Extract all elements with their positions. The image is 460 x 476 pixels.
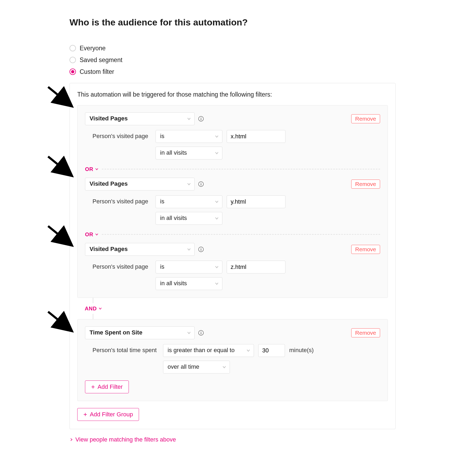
chevron-down-icon: [215, 265, 219, 269]
radio-icon: [69, 45, 76, 51]
and-label-text: AND: [85, 305, 97, 312]
svg-rect-5: [201, 184, 201, 185]
radio-icon: [69, 57, 76, 63]
select-value: is greater than or equal to: [168, 346, 235, 355]
info-icon[interactable]: [198, 181, 204, 187]
radio-label: Saved segment: [80, 56, 122, 64]
or-toggle[interactable]: OR: [85, 231, 99, 238]
button-label: Add Filter: [98, 383, 123, 390]
info-icon[interactable]: [198, 116, 204, 122]
filter-block: Time Spent on Site Remove Person's total…: [85, 326, 380, 374]
select-value: in all visits: [160, 279, 187, 288]
or-label-text: OR: [85, 165, 93, 173]
condition-label: Person's visited page: [92, 263, 151, 271]
svg-point-4: [201, 183, 201, 183]
operator-select[interactable]: is: [156, 130, 222, 143]
radio-label: Custom filter: [80, 67, 114, 76]
filter-type-select[interactable]: Time Spent on Site: [85, 326, 195, 339]
operator-select[interactable]: is greater than or equal to: [163, 344, 254, 357]
svg-rect-8: [201, 249, 201, 251]
operator-select[interactable]: is: [156, 195, 222, 208]
svg-point-10: [201, 332, 201, 332]
audience-radio-group: Everyone Saved segment Custom filter: [69, 42, 396, 78]
unit-label: minute(s): [289, 346, 314, 355]
radio-icon: [69, 68, 76, 75]
button-label: Add Filter Group: [90, 411, 133, 418]
select-value: is: [160, 263, 164, 271]
remove-button[interactable]: Remove: [351, 328, 380, 337]
info-icon[interactable]: [198, 330, 204, 336]
filter-block: Visited Pages Remove Perso: [85, 112, 380, 159]
svg-rect-11: [201, 332, 201, 334]
filter-group: Time Spent on Site Remove Person's total…: [77, 319, 388, 401]
remove-button[interactable]: Remove: [351, 114, 380, 123]
link-text: View people matching the filters above: [75, 436, 176, 444]
plus-icon: +: [83, 411, 87, 418]
scope-select[interactable]: in all visits: [156, 277, 222, 290]
and-toggle[interactable]: AND: [85, 305, 102, 312]
condition-label: Person's visited page: [92, 197, 151, 206]
chevron-down-icon: [222, 365, 226, 369]
select-value: Visited Pages: [90, 180, 128, 188]
filter-group: Visited Pages Remove Perso: [77, 105, 388, 298]
plus-icon: +: [91, 384, 95, 390]
filter-type-select[interactable]: Visited Pages: [85, 178, 195, 191]
filter-block: Visited Pages Remove Person's visited pa…: [85, 178, 380, 225]
value-input[interactable]: [227, 130, 285, 143]
select-value: Time Spent on Site: [90, 329, 142, 337]
select-value: in all visits: [160, 149, 187, 157]
filter-panel: This automation will be triggered for th…: [69, 83, 396, 429]
svg-point-7: [201, 248, 201, 249]
remove-button[interactable]: Remove: [351, 180, 380, 189]
chevron-down-icon: [215, 151, 219, 155]
scope-select[interactable]: in all visits: [156, 212, 222, 225]
select-value: is: [160, 132, 164, 140]
filter-block: Visited Pages Remove Person's visited pa…: [85, 243, 380, 290]
value-input[interactable]: [227, 195, 285, 208]
condition-label: Person's total time spent: [92, 346, 159, 355]
select-value: in all visits: [160, 214, 187, 222]
page-title: Who is the audience for this automation?: [69, 16, 396, 29]
or-label-text: OR: [85, 231, 93, 238]
select-value: Visited Pages: [90, 115, 128, 123]
chevron-down-icon: [98, 307, 102, 310]
and-separator: AND: [85, 298, 388, 319]
chevron-down-icon: [95, 233, 99, 236]
info-icon[interactable]: [198, 246, 204, 253]
svg-point-1: [201, 117, 201, 118]
chevron-down-icon: [215, 216, 219, 220]
chevron-down-icon: [187, 182, 191, 186]
radio-everyone[interactable]: Everyone: [69, 42, 396, 54]
connector-line: [93, 314, 93, 319]
chevron-down-icon: [215, 134, 219, 139]
chevron-down-icon: [95, 167, 99, 171]
filter-type-select[interactable]: Visited Pages: [85, 243, 195, 256]
select-value: Visited Pages: [90, 245, 128, 253]
operator-select[interactable]: is: [156, 261, 222, 273]
value-input[interactable]: [227, 261, 285, 273]
connector-line: [93, 298, 93, 303]
view-matches-link[interactable]: View people matching the filters above: [69, 436, 176, 444]
add-filter-button[interactable]: + Add Filter: [85, 380, 129, 393]
chevron-down-icon: [215, 200, 219, 204]
dashed-divider: [102, 234, 380, 235]
chevron-down-icon: [187, 331, 191, 335]
chevron-down-icon: [187, 247, 191, 252]
radio-custom-filter[interactable]: Custom filter: [69, 66, 396, 78]
svg-rect-2: [201, 118, 201, 120]
remove-button[interactable]: Remove: [351, 245, 380, 254]
chevron-down-icon: [246, 348, 250, 353]
filter-type-select[interactable]: Visited Pages: [85, 112, 195, 125]
add-filter-group-button[interactable]: + Add Filter Group: [77, 408, 139, 421]
or-toggle[interactable]: OR: [85, 165, 99, 173]
or-separator: OR: [85, 165, 380, 173]
value-input[interactable]: [258, 344, 285, 357]
radio-saved-segment[interactable]: Saved segment: [69, 54, 396, 66]
scope-select[interactable]: in all visits: [156, 147, 222, 159]
chevron-down-icon: [215, 281, 219, 286]
panel-intro-text: This automation will be triggered for th…: [77, 90, 388, 99]
scope-select[interactable]: over all time: [163, 361, 230, 374]
select-value: over all time: [168, 363, 199, 371]
chevron-down-icon: [187, 117, 191, 121]
chevron-right-icon: [69, 438, 73, 441]
